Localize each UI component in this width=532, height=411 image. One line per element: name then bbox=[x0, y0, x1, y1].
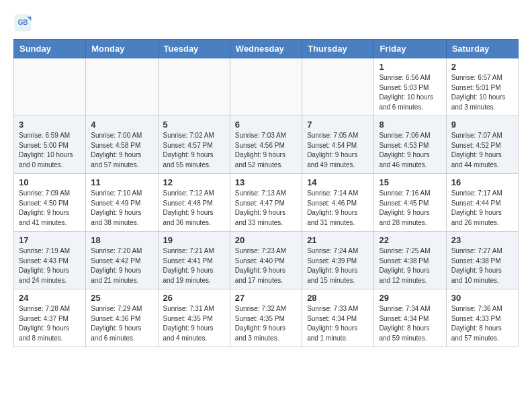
weekday-header-row: SundayMondayTuesdayWednesdayThursdayFrid… bbox=[14, 40, 519, 58]
day-info: Sunrise: 7:27 AM Sunset: 4:38 PM Dayligh… bbox=[451, 246, 513, 285]
weekday-sunday: Sunday bbox=[14, 40, 86, 58]
day-number: 12 bbox=[163, 177, 225, 187]
calendar-cell: 28Sunrise: 7:33 AM Sunset: 4:34 PM Dayli… bbox=[302, 289, 374, 347]
logo: GB bbox=[13, 13, 34, 32]
day-number: 27 bbox=[235, 293, 297, 303]
day-info: Sunrise: 7:21 AM Sunset: 4:41 PM Dayligh… bbox=[163, 246, 225, 285]
logo-icon: GB bbox=[13, 13, 32, 32]
day-number: 20 bbox=[235, 235, 297, 245]
calendar-cell: 1Sunrise: 6:56 AM Sunset: 5:03 PM Daylig… bbox=[374, 58, 446, 116]
day-info: Sunrise: 7:00 AM Sunset: 4:58 PM Dayligh… bbox=[91, 131, 152, 170]
calendar-cell: 17Sunrise: 7:19 AM Sunset: 4:43 PM Dayli… bbox=[14, 232, 86, 289]
calendar-row-3: 17Sunrise: 7:19 AM Sunset: 4:43 PM Dayli… bbox=[14, 232, 519, 289]
day-info: Sunrise: 7:34 AM Sunset: 4:34 PM Dayligh… bbox=[379, 304, 441, 343]
calendar-cell: 9Sunrise: 7:07 AM Sunset: 4:52 PM Daylig… bbox=[446, 116, 518, 174]
day-number: 14 bbox=[307, 177, 369, 187]
weekday-tuesday: Tuesday bbox=[158, 40, 230, 58]
calendar-cell: 5Sunrise: 7:02 AM Sunset: 4:57 PM Daylig… bbox=[158, 116, 230, 174]
day-info: Sunrise: 7:24 AM Sunset: 4:39 PM Dayligh… bbox=[307, 246, 369, 285]
day-info: Sunrise: 7:17 AM Sunset: 4:44 PM Dayligh… bbox=[451, 189, 513, 228]
day-info: Sunrise: 6:59 AM Sunset: 5:00 PM Dayligh… bbox=[19, 131, 81, 170]
weekday-thursday: Thursday bbox=[302, 40, 374, 58]
calendar-cell: 27Sunrise: 7:32 AM Sunset: 4:35 PM Dayli… bbox=[230, 289, 302, 347]
weekday-friday: Friday bbox=[374, 40, 446, 58]
calendar-cell: 16Sunrise: 7:17 AM Sunset: 4:44 PM Dayli… bbox=[446, 174, 518, 232]
day-info: Sunrise: 7:33 AM Sunset: 4:34 PM Dayligh… bbox=[307, 304, 369, 343]
day-info: Sunrise: 7:13 AM Sunset: 4:47 PM Dayligh… bbox=[235, 189, 297, 228]
day-info: Sunrise: 7:23 AM Sunset: 4:40 PM Dayligh… bbox=[235, 246, 297, 285]
day-info: Sunrise: 7:19 AM Sunset: 4:43 PM Dayligh… bbox=[19, 246, 81, 285]
calendar-cell bbox=[158, 58, 230, 116]
day-number: 6 bbox=[235, 120, 297, 130]
calendar-cell: 4Sunrise: 7:00 AM Sunset: 4:58 PM Daylig… bbox=[86, 116, 158, 174]
calendar: SundayMondayTuesdayWednesdayThursdayFrid… bbox=[13, 39, 519, 347]
weekday-monday: Monday bbox=[86, 40, 158, 58]
calendar-cell: 29Sunrise: 7:34 AM Sunset: 4:34 PM Dayli… bbox=[374, 289, 446, 347]
day-info: Sunrise: 7:28 AM Sunset: 4:37 PM Dayligh… bbox=[19, 304, 81, 343]
day-number: 22 bbox=[379, 235, 441, 245]
calendar-cell bbox=[302, 58, 374, 116]
day-info: Sunrise: 7:03 AM Sunset: 4:56 PM Dayligh… bbox=[235, 131, 297, 170]
calendar-cell: 2Sunrise: 6:57 AM Sunset: 5:01 PM Daylig… bbox=[446, 58, 518, 116]
calendar-cell: 18Sunrise: 7:20 AM Sunset: 4:42 PM Dayli… bbox=[86, 232, 158, 289]
day-info: Sunrise: 6:56 AM Sunset: 5:03 PM Dayligh… bbox=[379, 73, 441, 112]
header: GB bbox=[13, 11, 519, 32]
day-number: 18 bbox=[91, 235, 152, 245]
weekday-saturday: Saturday bbox=[446, 40, 518, 58]
day-number: 29 bbox=[379, 293, 441, 303]
day-info: Sunrise: 7:06 AM Sunset: 4:53 PM Dayligh… bbox=[379, 131, 441, 170]
svg-text:GB: GB bbox=[17, 19, 28, 26]
calendar-cell: 3Sunrise: 6:59 AM Sunset: 5:00 PM Daylig… bbox=[14, 116, 86, 174]
calendar-cell bbox=[230, 58, 302, 116]
day-info: Sunrise: 7:29 AM Sunset: 4:36 PM Dayligh… bbox=[91, 304, 152, 343]
calendar-cell: 26Sunrise: 7:31 AM Sunset: 4:35 PM Dayli… bbox=[158, 289, 230, 347]
day-info: Sunrise: 7:20 AM Sunset: 4:42 PM Dayligh… bbox=[91, 246, 152, 285]
calendar-cell: 12Sunrise: 7:12 AM Sunset: 4:48 PM Dayli… bbox=[158, 174, 230, 232]
day-info: Sunrise: 7:02 AM Sunset: 4:57 PM Dayligh… bbox=[163, 131, 225, 170]
calendar-cell: 13Sunrise: 7:13 AM Sunset: 4:47 PM Dayli… bbox=[230, 174, 302, 232]
day-number: 15 bbox=[379, 177, 441, 187]
day-info: Sunrise: 7:16 AM Sunset: 4:45 PM Dayligh… bbox=[379, 189, 441, 228]
day-number: 30 bbox=[451, 293, 513, 303]
calendar-cell: 24Sunrise: 7:28 AM Sunset: 4:37 PM Dayli… bbox=[14, 289, 86, 347]
calendar-row-2: 10Sunrise: 7:09 AM Sunset: 4:50 PM Dayli… bbox=[14, 174, 519, 232]
day-number: 28 bbox=[307, 293, 369, 303]
day-number: 19 bbox=[163, 235, 225, 245]
calendar-cell: 20Sunrise: 7:23 AM Sunset: 4:40 PM Dayli… bbox=[230, 232, 302, 289]
day-info: Sunrise: 7:36 AM Sunset: 4:33 PM Dayligh… bbox=[451, 304, 513, 343]
calendar-cell: 7Sunrise: 7:05 AM Sunset: 4:54 PM Daylig… bbox=[302, 116, 374, 174]
day-number: 17 bbox=[19, 235, 81, 245]
day-number: 24 bbox=[19, 293, 81, 303]
day-number: 13 bbox=[235, 177, 297, 187]
day-number: 2 bbox=[451, 62, 513, 72]
calendar-cell bbox=[86, 58, 158, 116]
day-info: Sunrise: 7:09 AM Sunset: 4:50 PM Dayligh… bbox=[19, 189, 81, 228]
day-number: 25 bbox=[91, 293, 152, 303]
day-info: Sunrise: 6:57 AM Sunset: 5:01 PM Dayligh… bbox=[451, 73, 513, 112]
calendar-cell: 21Sunrise: 7:24 AM Sunset: 4:39 PM Dayli… bbox=[302, 232, 374, 289]
day-info: Sunrise: 7:12 AM Sunset: 4:48 PM Dayligh… bbox=[163, 189, 225, 228]
calendar-row-1: 3Sunrise: 6:59 AM Sunset: 5:00 PM Daylig… bbox=[14, 116, 519, 174]
day-number: 4 bbox=[91, 120, 152, 130]
day-info: Sunrise: 7:31 AM Sunset: 4:35 PM Dayligh… bbox=[163, 304, 225, 343]
page: GB SundayMondayTuesdayWednesdayThursdayF… bbox=[0, 0, 532, 354]
calendar-cell: 15Sunrise: 7:16 AM Sunset: 4:45 PM Dayli… bbox=[374, 174, 446, 232]
calendar-cell: 8Sunrise: 7:06 AM Sunset: 4:53 PM Daylig… bbox=[374, 116, 446, 174]
weekday-wednesday: Wednesday bbox=[230, 40, 302, 58]
day-number: 16 bbox=[451, 177, 513, 187]
calendar-cell: 22Sunrise: 7:25 AM Sunset: 4:38 PM Dayli… bbox=[374, 232, 446, 289]
calendar-row-0: 1Sunrise: 6:56 AM Sunset: 5:03 PM Daylig… bbox=[14, 58, 519, 116]
calendar-cell: 23Sunrise: 7:27 AM Sunset: 4:38 PM Dayli… bbox=[446, 232, 518, 289]
calendar-cell: 11Sunrise: 7:10 AM Sunset: 4:49 PM Dayli… bbox=[86, 174, 158, 232]
calendar-cell: 30Sunrise: 7:36 AM Sunset: 4:33 PM Dayli… bbox=[446, 289, 518, 347]
day-number: 3 bbox=[19, 120, 81, 130]
day-info: Sunrise: 7:05 AM Sunset: 4:54 PM Dayligh… bbox=[307, 131, 369, 170]
day-info: Sunrise: 7:14 AM Sunset: 4:46 PM Dayligh… bbox=[307, 189, 369, 228]
calendar-cell: 19Sunrise: 7:21 AM Sunset: 4:41 PM Dayli… bbox=[158, 232, 230, 289]
calendar-cell: 14Sunrise: 7:14 AM Sunset: 4:46 PM Dayli… bbox=[302, 174, 374, 232]
calendar-cell: 10Sunrise: 7:09 AM Sunset: 4:50 PM Dayli… bbox=[14, 174, 86, 232]
day-number: 1 bbox=[379, 62, 441, 72]
day-number: 7 bbox=[307, 120, 369, 130]
day-number: 21 bbox=[307, 235, 369, 245]
calendar-row-4: 24Sunrise: 7:28 AM Sunset: 4:37 PM Dayli… bbox=[14, 289, 519, 347]
